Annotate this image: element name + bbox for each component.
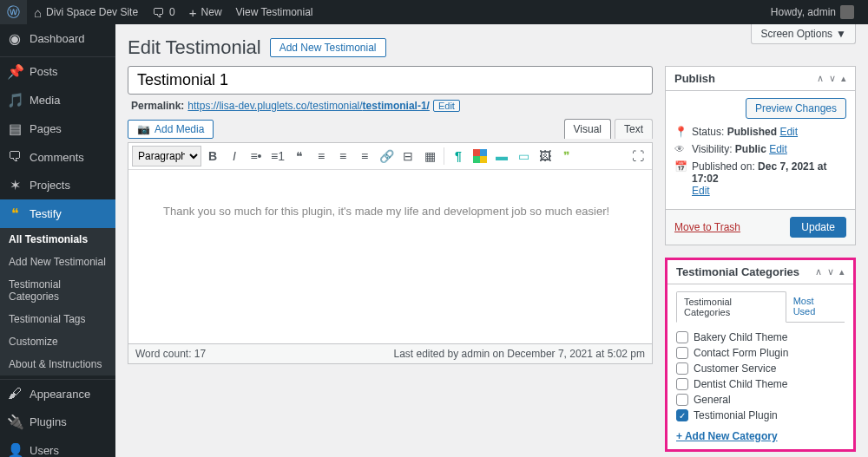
user-icon: 👤 bbox=[7, 442, 23, 457]
screen-options-toggle[interactable]: Screen Options▼ bbox=[751, 24, 856, 44]
link-button[interactable]: 🔗 bbox=[376, 146, 397, 166]
add-category-link[interactable]: + Add New Category bbox=[676, 430, 778, 442]
toolbar-toggle-button[interactable]: ▦ bbox=[419, 146, 440, 166]
preview-changes-button[interactable]: Preview Changes bbox=[746, 98, 846, 119]
category-checkbox[interactable] bbox=[676, 394, 688, 406]
menu-plugins[interactable]: 🔌Plugins bbox=[0, 408, 115, 436]
ul-button[interactable]: ≡• bbox=[246, 146, 266, 166]
home-icon: ⌂ bbox=[34, 5, 42, 20]
quote-button[interactable]: ❝ bbox=[289, 146, 310, 166]
module-button[interactable]: ¶ bbox=[448, 146, 469, 166]
update-button[interactable]: Update bbox=[790, 217, 846, 238]
toggle-icon[interactable]: ▴ bbox=[841, 73, 846, 84]
calendar-icon: 📅 bbox=[674, 160, 687, 173]
image-button[interactable]: 🖼 bbox=[535, 146, 556, 166]
avatar bbox=[840, 5, 854, 19]
plug-icon: 🔌 bbox=[7, 414, 23, 430]
new-content-link[interactable]: +New bbox=[182, 0, 229, 24]
menu-pages[interactable]: ▤Pages bbox=[0, 114, 115, 143]
toggle-icon[interactable]: ▴ bbox=[839, 266, 845, 277]
media-icon: 🎵 bbox=[7, 92, 23, 108]
trash-link[interactable]: Move to Trash bbox=[674, 221, 740, 233]
new-label: New bbox=[201, 6, 222, 18]
menu-appearance[interactable]: 🖌Appearance bbox=[0, 380, 115, 408]
comment-icon: 🗨 bbox=[7, 149, 23, 165]
permalink-label: Permalink: bbox=[131, 100, 184, 112]
align-center-button[interactable]: ≡ bbox=[332, 146, 353, 166]
eye-icon: 👁 bbox=[674, 143, 687, 155]
category-checkbox[interactable] bbox=[676, 331, 688, 343]
menu-posts[interactable]: 📌Posts bbox=[0, 57, 115, 86]
menu-users[interactable]: 👤Users bbox=[0, 436, 115, 457]
quote-style-button[interactable]: ❞ bbox=[556, 146, 577, 166]
page-icon: ▤ bbox=[7, 121, 23, 137]
title-input[interactable] bbox=[128, 66, 653, 95]
move-up-icon[interactable]: ∧ bbox=[815, 266, 822, 277]
move-down-icon[interactable]: ∨ bbox=[829, 73, 836, 84]
submenu-tags[interactable]: Testimonial Tags bbox=[0, 308, 115, 330]
brush-icon: 🖌 bbox=[7, 386, 23, 402]
category-label: Bakery Child Theme bbox=[694, 331, 788, 343]
editor-box: Paragraph B I ≡• ≡1 ❝ ≡ ≡ ≡ 🔗 ⊟ ▦ ¶ bbox=[128, 142, 653, 344]
more-button[interactable]: ⊟ bbox=[398, 146, 418, 166]
menu-comments[interactable]: 🗨Comments bbox=[0, 143, 115, 171]
layout-button[interactable]: ▭ bbox=[513, 146, 534, 166]
permalink-row: Permalink: https://lisa-dev.pluglets.co/… bbox=[128, 95, 653, 112]
tab-visual[interactable]: Visual bbox=[564, 119, 611, 139]
color-swatch-button[interactable] bbox=[470, 146, 490, 166]
add-new-button[interactable]: Add New Testimonial bbox=[270, 38, 386, 57]
menu-projects[interactable]: ✶Projects bbox=[0, 171, 115, 199]
tab-category-all[interactable]: Testimonial Categories bbox=[676, 291, 786, 323]
add-media-button[interactable]: 📷Add Media bbox=[128, 120, 214, 139]
align-left-button[interactable]: ≡ bbox=[311, 146, 332, 166]
align-right-button[interactable]: ≡ bbox=[354, 146, 375, 166]
date-edit-link[interactable]: Edit bbox=[692, 185, 710, 197]
publish-title: Publish bbox=[674, 72, 715, 85]
category-label: Customer Service bbox=[694, 362, 776, 375]
ol-button[interactable]: ≡1 bbox=[267, 146, 288, 166]
submenu-categories[interactable]: Testimonial Categories bbox=[0, 273, 115, 308]
chevron-down-icon: ▼ bbox=[836, 28, 846, 40]
my-account[interactable]: Howdy, admin bbox=[764, 0, 861, 24]
site-name-link[interactable]: ⌂Divi Space Dev Site bbox=[27, 0, 145, 24]
submenu-add-new[interactable]: Add New Testimonial bbox=[0, 251, 115, 273]
menu-dashboard[interactable]: ◉Dashboard bbox=[0, 24, 115, 53]
bold-button[interactable]: B bbox=[202, 146, 223, 166]
format-select[interactable]: Paragraph bbox=[132, 146, 201, 166]
status-edit-link[interactable]: Edit bbox=[779, 126, 798, 138]
category-label: Dentist Child Theme bbox=[694, 378, 788, 390]
testify-icon: ❝ bbox=[7, 206, 23, 222]
wordpress-icon: ⓦ bbox=[7, 4, 20, 21]
view-post-link[interactable]: View Testimonial bbox=[229, 0, 320, 24]
visibility-edit-link[interactable]: Edit bbox=[769, 143, 787, 155]
menu-media[interactable]: 🎵Media bbox=[0, 86, 115, 114]
editor-content[interactable]: Thank you so much for this plugin, it's … bbox=[128, 170, 652, 343]
wp-logo[interactable]: ⓦ bbox=[0, 0, 27, 24]
category-checkbox[interactable] bbox=[676, 362, 688, 375]
tab-category-most-used[interactable]: Most Used bbox=[786, 291, 845, 323]
fullscreen-button[interactable]: ⛶ bbox=[628, 146, 648, 166]
submenu-all-testimonials[interactable]: All Testimonials bbox=[0, 228, 115, 251]
move-down-icon[interactable]: ∨ bbox=[827, 266, 834, 277]
tab-text[interactable]: Text bbox=[615, 119, 653, 139]
category-checkbox[interactable] bbox=[676, 378, 688, 390]
category-checkbox[interactable]: ✓ bbox=[676, 409, 688, 421]
submenu-customize[interactable]: Customize bbox=[0, 330, 115, 353]
columns-button[interactable]: ▬ bbox=[491, 146, 512, 166]
permalink-edit-button[interactable]: Edit bbox=[433, 100, 460, 112]
categories-title: Testimonial Categories bbox=[676, 265, 799, 278]
submenu-about[interactable]: About & Instructions bbox=[0, 353, 115, 375]
menu-testify[interactable]: ❝Testify bbox=[0, 199, 115, 228]
comments-link[interactable]: 🗨0 bbox=[145, 0, 182, 24]
publish-box: Publish ∧∨▴ Preview Changes 📍Status: Pub… bbox=[665, 66, 856, 245]
admin-sidebar: ◉Dashboard 📌Posts 🎵Media ▤Pages 🗨Comment… bbox=[0, 24, 115, 457]
admin-bar: ⓦ ⌂Divi Space Dev Site 🗨0 +New View Test… bbox=[0, 0, 868, 24]
word-count-label: Word count: bbox=[135, 348, 194, 360]
editor-toolbar: Paragraph B I ≡• ≡1 ❝ ≡ ≡ ≡ 🔗 ⊟ ▦ ¶ bbox=[128, 143, 652, 170]
category-label: Testimonial Plugin bbox=[694, 409, 778, 421]
move-up-icon[interactable]: ∧ bbox=[817, 73, 824, 84]
permalink-link[interactable]: https://lisa-dev.pluglets.co/testimonial… bbox=[187, 100, 430, 112]
editor-footer: Word count: 17 Last edited by admin on D… bbox=[128, 344, 653, 364]
italic-button[interactable]: I bbox=[224, 146, 245, 166]
category-checkbox[interactable] bbox=[676, 347, 688, 359]
